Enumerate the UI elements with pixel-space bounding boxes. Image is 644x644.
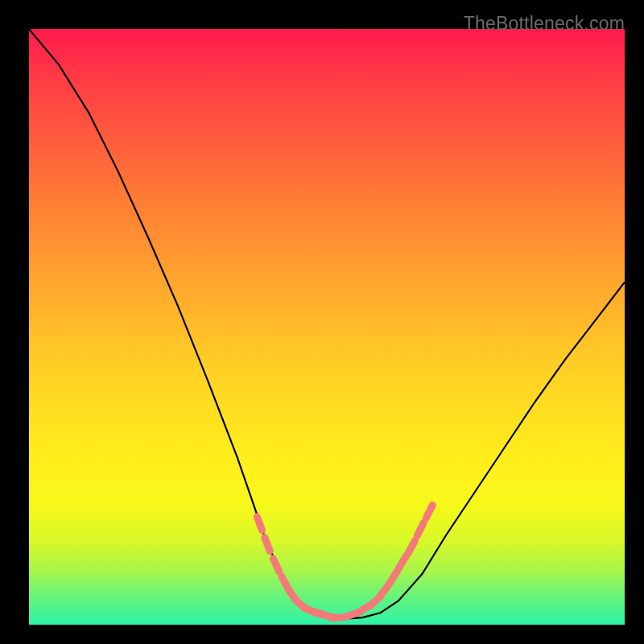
- highlight-segment: [295, 599, 305, 609]
- highlight-segment: [273, 559, 279, 572]
- highlight-segment: [311, 610, 324, 615]
- chart-svg: [29, 29, 625, 625]
- highlight-segment: [426, 505, 432, 518]
- highlight-segment: [380, 584, 389, 596]
- highlight-segment: [417, 523, 423, 536]
- highlight-segment: [282, 576, 289, 589]
- plot-area: [29, 29, 625, 625]
- highlight-segment: [303, 607, 316, 613]
- chart-frame: TheBottleneck.com: [0, 0, 644, 644]
- main-curve: [29, 29, 625, 619]
- highlight-markers: [257, 505, 432, 617]
- highlight-segment: [359, 605, 371, 612]
- highlight-segment: [288, 589, 297, 601]
- watermark-text: TheBottleneck.com: [464, 13, 625, 35]
- highlight-segment: [398, 556, 406, 568]
- highlight-segment: [265, 538, 270, 551]
- highlight-segment: [390, 571, 398, 583]
- highlight-segment: [370, 596, 381, 605]
- highlight-segment: [332, 617, 346, 618]
- highlight-segment: [257, 517, 262, 530]
- highlight-segment: [320, 614, 334, 617]
- highlight-segment: [408, 541, 415, 554]
- highlight-segment: [347, 612, 361, 617]
